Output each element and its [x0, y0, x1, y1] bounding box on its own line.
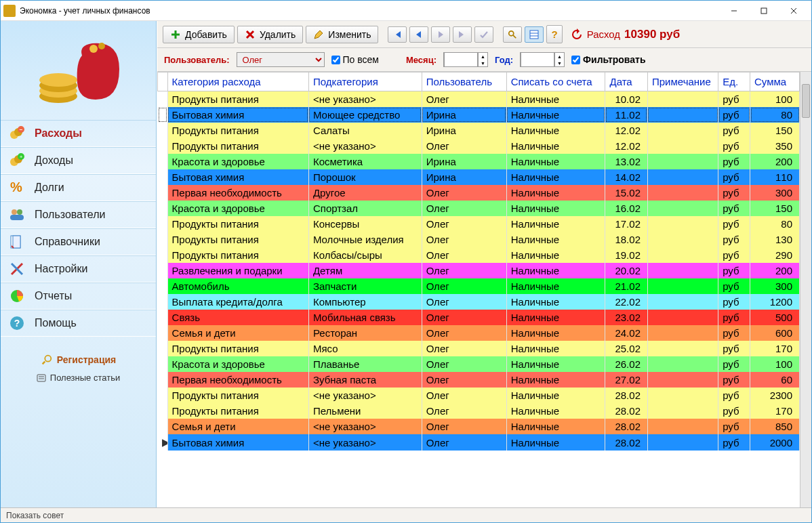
sidebar-item-label: Долги [35, 182, 64, 194]
refresh-icon [571, 28, 583, 41]
book-icon [9, 234, 25, 250]
table-row[interactable]: Бытовая химияМоющее средствоИринаНаличны… [158, 107, 800, 123]
user-label: Пользователь: [164, 55, 230, 65]
registration-link[interactable]: Регистрация [37, 350, 120, 369]
sidebar-item-label: Отчеты [35, 290, 72, 302]
minimize-button[interactable] [719, 1, 749, 20]
table-row[interactable]: Продукты питанияМясоОлегНаличные25.02руб… [158, 341, 800, 356]
add-button[interactable]: Добавить [163, 26, 235, 43]
svg-rect-30 [37, 375, 45, 381]
table-row[interactable]: СвязьМобильная связьОлегНаличные23.02руб… [158, 310, 800, 325]
edit-button[interactable]: Изменить [306, 26, 378, 43]
svg-rect-1 [761, 8, 767, 14]
table-row[interactable]: ▶Бытовая химия<не указано>ОлегНаличные28… [158, 434, 800, 451]
nav-confirm-button[interactable] [474, 26, 493, 43]
maximize-button[interactable] [749, 1, 779, 20]
table-row[interactable]: Выплата кредита/долгаКомпьютерОлегНаличн… [158, 294, 800, 310]
sidebar-item-label: Пользователи [35, 209, 105, 221]
col-header[interactable]: Категория расхода [167, 72, 308, 91]
sidebar-item-label: Доходы [35, 154, 73, 167]
search-button[interactable] [503, 26, 522, 43]
wallet-logo [31, 25, 126, 120]
sidebar-item-2[interactable]: %Долги [1, 174, 156, 201]
svg-text:%: % [10, 180, 22, 194]
statusbar[interactable]: Показать совет [1, 507, 811, 522]
help-icon: ? [9, 315, 25, 331]
table-row[interactable]: Развлечения и подаркиДетямОлегНаличные20… [158, 263, 800, 278]
sidebar-item-5[interactable]: Настройки [1, 255, 156, 283]
nav-last-button[interactable] [453, 26, 472, 43]
svg-rect-39 [530, 30, 538, 39]
table-row[interactable]: Продукты питанияПельмениОлегНаличные28.0… [158, 403, 800, 419]
table-row[interactable]: Продукты питанияСалатыИринаНаличные12.02… [158, 123, 800, 138]
toolbar: Добавить Удалить Изменить ? Расход 10390… [157, 21, 811, 48]
nav-prev-button[interactable] [409, 26, 428, 43]
table-row[interactable]: Продукты питанияКолбасы/сырыОлегНаличные… [158, 247, 800, 263]
svg-point-20 [17, 209, 22, 215]
filter-checkbox[interactable]: Фильтровать [571, 54, 645, 65]
table-row[interactable]: Семья и дети<не указано>ОлегНаличные28.0… [158, 419, 800, 434]
table-row[interactable]: АвтомобильЗапчастиОлегНаличные21.02руб30… [158, 278, 800, 294]
window-title: Экономка - учет личных финансов [20, 6, 719, 16]
nav-first-button[interactable] [388, 26, 407, 43]
users-icon [9, 207, 25, 223]
col-header[interactable]: Дата [605, 72, 648, 91]
sidebar-item-label: Настройки [35, 263, 87, 275]
table-row[interactable]: Семья и детиРесторанОлегНаличные24.02руб… [158, 325, 800, 341]
articles-link[interactable]: Полезные статьи [37, 369, 120, 386]
vertical-scrollbar[interactable] [800, 72, 811, 507]
titlebar: Экономка - учет личных финансов [1, 1, 811, 21]
table-row[interactable]: Красота и здоровьеСпортзалОлегНаличные16… [158, 201, 800, 216]
nav-next-button[interactable] [431, 26, 450, 43]
col-header[interactable]: Ед. [718, 72, 750, 91]
x-icon [245, 29, 256, 40]
sidebar-item-4[interactable]: Справочники [1, 228, 156, 255]
svg-text:+: + [20, 154, 23, 160]
all-users-checkbox[interactable]: По всем [331, 54, 379, 65]
user-select[interactable]: Олег [237, 52, 325, 67]
month-label: Месяц: [406, 55, 437, 65]
spreadsheet-button[interactable] [525, 26, 544, 43]
month-spinner[interactable]: ▲▼ [443, 52, 488, 67]
table-row[interactable]: Продукты питания<не указано>ОлегНаличные… [158, 388, 800, 403]
sidebar-item-6[interactable]: Отчеты [1, 283, 156, 310]
svg-point-9 [98, 43, 105, 49]
sidebar-item-7[interactable]: ?Помощь [1, 310, 156, 337]
expenses-grid[interactable]: Категория расходаПодкатегорияПользовател… [157, 72, 800, 507]
col-header[interactable]: Сумма [750, 72, 800, 91]
col-header[interactable]: Списать со счета [506, 72, 605, 91]
table-row[interactable]: Красота и здоровьеПлаваньеОлегНаличные26… [158, 356, 800, 372]
table-row[interactable]: Продукты питанияКонсервыОлегНаличные17.0… [158, 216, 800, 232]
table-row[interactable]: Бытовая химияПорошокИринаНаличные14.02ру… [158, 169, 800, 185]
col-header[interactable]: Пользователь [422, 72, 506, 91]
col-header[interactable]: Примечание [647, 72, 718, 91]
table-row[interactable]: Первая необходимостьДругоеОлегНаличные15… [158, 185, 800, 201]
pencil-icon [313, 29, 324, 40]
table-row[interactable]: Красота и здоровьеКосметикаИринаНаличные… [158, 154, 800, 169]
table-row[interactable]: Первая необходимостьЗубная пастаОлегНали… [158, 372, 800, 388]
year-label: Год: [495, 55, 513, 65]
svg-rect-21 [10, 215, 24, 220]
svg-point-29 [45, 356, 51, 362]
tools-icon [9, 261, 25, 277]
svg-text:−: − [20, 127, 23, 133]
percent-icon: % [9, 180, 25, 196]
table-row[interactable]: Продукты питания<не указано>ОлегНаличные… [158, 91, 800, 108]
svg-point-7 [39, 73, 77, 87]
year-spinner[interactable]: ▲▼ [520, 52, 565, 67]
table-row[interactable]: Продукты питания<не указано>ОлегНаличные… [158, 138, 800, 154]
svg-point-19 [12, 209, 17, 215]
sidebar-item-1[interactable]: +Доходы [1, 147, 156, 174]
total-indicator: Расход 10390 руб [571, 28, 681, 41]
sidebar-item-0[interactable]: −Расходы [1, 120, 156, 147]
sidebar-item-3[interactable]: Пользователи [1, 201, 156, 228]
svg-line-38 [513, 35, 516, 37]
coins-plus-icon: + [9, 152, 25, 169]
help-button[interactable]: ? [546, 25, 562, 43]
table-row[interactable]: Продукты питанияМолочные изделияОлегНали… [158, 232, 800, 247]
col-header[interactable]: Подкатегория [308, 72, 422, 91]
sidebar: −Расходы+Доходы%ДолгиПользователиСправоч… [1, 21, 157, 507]
plus-icon [170, 29, 181, 40]
delete-button[interactable]: Удалить [237, 26, 303, 43]
close-button[interactable] [779, 1, 809, 20]
